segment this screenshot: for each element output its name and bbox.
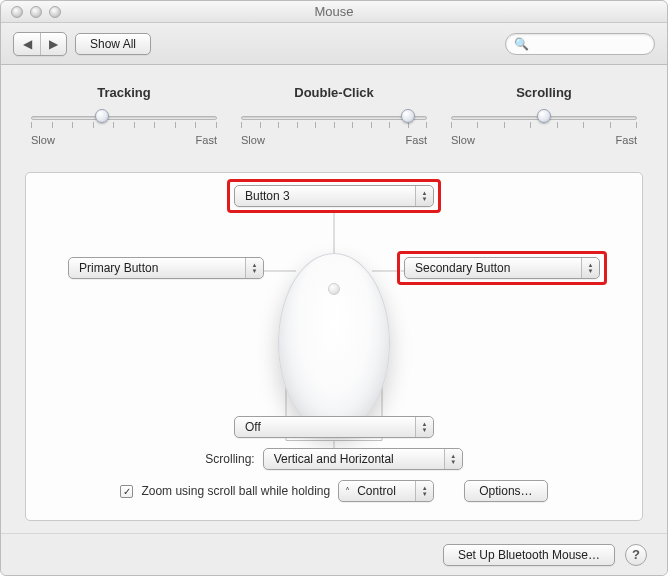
side-button-popup[interactable]: Off ▲▼ [234, 416, 434, 438]
scrolling-mode-popup[interactable]: Vertical and Horizontal ▲▼ [263, 448, 463, 470]
tracking-slider-block: Tracking Slow Fast [31, 85, 217, 146]
doubleclick-slider[interactable] [241, 110, 427, 126]
search-field[interactable]: 🔍 [505, 33, 655, 55]
top-button-value: Button 3 [245, 189, 290, 203]
doubleclick-fast: Fast [406, 134, 427, 146]
forward-button[interactable]: ▶ [40, 33, 66, 55]
back-button[interactable]: ◀ [14, 33, 40, 55]
mouse-panel: Button 3 ▲▼ Primary Button ▲▼ Secondary … [25, 172, 643, 521]
popup-arrows-icon: ▲▼ [581, 258, 599, 278]
zoom-label: Zoom using scroll ball while holding [141, 484, 330, 498]
popup-arrows-icon: ▲▼ [415, 186, 433, 206]
tracking-thumb[interactable] [95, 109, 109, 123]
scroll-ball-icon [328, 283, 340, 295]
scrolling-slider-block: Scrolling Slow Fast [451, 85, 637, 146]
scrolling-fast: Fast [616, 134, 637, 146]
triangle-right-icon: ▶ [49, 37, 58, 51]
close-window-button[interactable] [11, 6, 23, 18]
scrolling-mode-label: Scrolling: [205, 452, 254, 466]
popup-arrows-icon: ▲▼ [415, 417, 433, 437]
tracking-slider[interactable] [31, 110, 217, 126]
left-button-value: Primary Button [79, 261, 158, 275]
right-button-value: Secondary Button [415, 261, 510, 275]
popup-arrows-icon: ▲▼ [444, 449, 462, 469]
titlebar: Mouse [1, 1, 667, 23]
triangle-left-icon: ◀ [23, 37, 32, 51]
zoom-modifier-value: Control [357, 484, 396, 498]
side-button-value: Off [245, 420, 261, 434]
scrolling-mode-value: Vertical and Horizontal [274, 452, 394, 466]
doubleclick-label: Double-Click [294, 85, 373, 100]
scrolling-slider[interactable] [451, 110, 637, 126]
magnifier-icon: 🔍 [514, 37, 529, 51]
popup-arrows-icon: ▲▼ [245, 258, 263, 278]
control-key-icon: ˄ [345, 486, 350, 497]
mouse-illustration [278, 253, 390, 433]
footer: Set Up Bluetooth Mouse… ? [1, 533, 667, 575]
scrolling-slow: Slow [451, 134, 475, 146]
popup-arrows-icon: ▲▼ [415, 481, 433, 501]
content-area: Tracking Slow Fast Double-Click [1, 65, 667, 533]
left-button-popup[interactable]: Primary Button ▲▼ [68, 257, 264, 279]
tracking-slow: Slow [31, 134, 55, 146]
zoom-modifier-popup[interactable]: ˄ Control ▲▼ [338, 480, 434, 502]
help-button[interactable]: ? [625, 544, 647, 566]
right-button-popup[interactable]: Secondary Button ▲▼ [404, 257, 600, 279]
nav-back-forward: ◀ ▶ [13, 32, 67, 56]
setup-bluetooth-button[interactable]: Set Up Bluetooth Mouse… [443, 544, 615, 566]
scrolling-thumb[interactable] [537, 109, 551, 123]
scrolling-label: Scrolling [516, 85, 572, 100]
window-controls [1, 6, 61, 18]
tracking-fast: Fast [196, 134, 217, 146]
zoom-checkbox[interactable]: ✓ [120, 485, 133, 498]
mouse-prefs-window: Mouse ◀ ▶ Show All 🔍 Tracking Slo [0, 0, 668, 576]
doubleclick-slow: Slow [241, 134, 265, 146]
doubleclick-slider-block: Double-Click Slow Fast [241, 85, 427, 146]
zoom-options-button[interactable]: Options… [464, 480, 547, 502]
show-all-button[interactable]: Show All [75, 33, 151, 55]
top-button-popup[interactable]: Button 3 ▲▼ [234, 185, 434, 207]
zoom-window-button[interactable] [49, 6, 61, 18]
doubleclick-thumb[interactable] [401, 109, 415, 123]
tracking-label: Tracking [97, 85, 150, 100]
window-title: Mouse [1, 4, 667, 19]
minimize-window-button[interactable] [30, 6, 42, 18]
toolbar: ◀ ▶ Show All 🔍 [1, 23, 667, 65]
